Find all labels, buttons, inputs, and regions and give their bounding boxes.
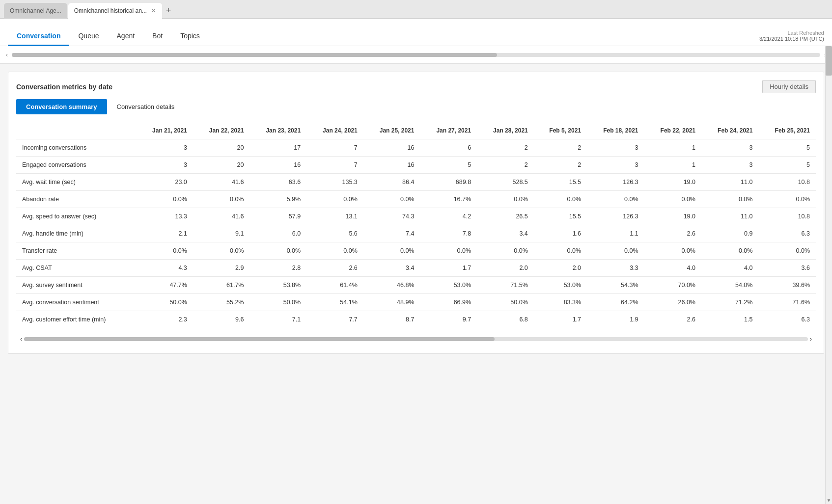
col-header-jan27: Jan 27, 2021 [420,122,477,139]
bottom-scrollbar-track[interactable] [24,337,807,341]
tab-inactive-label: Omnichannel Age... [10,7,61,14]
row-label: Avg. speed to answer (sec) [16,208,136,225]
cell-value: 19.0 [644,174,701,191]
cell-value: 57.9 [250,208,306,225]
cell-value: 2.6 [644,225,701,242]
cell-value: 0.0% [701,191,758,208]
bottom-scroll-right-arrow[interactable]: › [810,335,812,343]
cell-value: 7.4 [363,225,420,242]
cell-value: 4.2 [420,208,477,225]
row-label: Abandon rate [16,191,136,208]
cell-value: 4.3 [136,260,193,277]
cell-value: 66.9% [420,294,477,311]
cell-value: 71.5% [477,277,534,294]
cell-value: 5 [758,157,816,174]
cell-value: 1.7 [420,260,477,277]
cell-value: 11.0 [701,208,758,225]
cell-value: 0.9 [701,225,758,242]
cell-value: 126.3 [587,174,644,191]
cell-value: 63.6 [250,174,306,191]
cell-value: 41.6 [193,208,250,225]
add-tab-button[interactable]: + [163,5,174,16]
right-scrollbar: ▼ [825,46,832,504]
cell-value: 7.8 [420,225,477,242]
nav-tab-topics[interactable]: Topics [171,27,209,46]
cell-value: 16 [363,157,420,174]
sub-tabs: Conversation summary Conversation detail… [16,99,816,114]
sub-tab-details[interactable]: Conversation details [107,99,185,114]
cell-value: 41.6 [193,174,250,191]
col-header-feb22: Feb 22, 2021 [644,122,701,139]
col-header-feb24: Feb 24, 2021 [701,122,758,139]
cell-value: 10.8 [758,174,816,191]
cell-value: 3 [701,157,758,174]
table-row: Abandon rate0.0%0.0%5.9%0.0%0.0%16.7%0.0… [16,191,816,208]
cell-value: 0.0% [534,242,587,260]
row-label: Transfer rate [16,242,136,260]
cell-value: 0.0% [136,191,193,208]
cell-value: 53.8% [250,277,306,294]
cell-value: 0.0% [644,191,701,208]
cell-value: 54.0% [701,277,758,294]
cell-value: 2 [534,139,587,157]
cell-value: 2 [477,139,534,157]
table-row: Engaged conversations320167165223135 [16,157,816,174]
scroll-left-arrow[interactable]: ‹ [4,52,10,58]
nav-tab-agent[interactable]: Agent [108,27,144,46]
cell-value: 3 [136,139,193,157]
sub-tab-summary[interactable]: Conversation summary [16,99,107,114]
nav-tabs: Conversation Queue Agent Bot Topics [8,27,209,46]
cell-value: 61.7% [193,277,250,294]
cell-value: 50.0% [136,294,193,311]
cell-value: 50.0% [250,294,306,311]
col-header-jan25: Jan 25, 2021 [363,122,420,139]
cell-value: 2.6 [644,311,701,328]
cell-value: 3.4 [477,225,534,242]
cell-value: 0.0% [701,242,758,260]
top-scrollbar-track[interactable] [12,53,820,57]
table-row: Transfer rate0.0%0.0%0.0%0.0%0.0%0.0%0.0… [16,242,816,260]
hourly-details-button[interactable]: Hourly details [762,80,816,93]
nav-tab-conversation[interactable]: Conversation [8,27,69,46]
bottom-scroll-left-arrow[interactable]: ‹ [20,335,22,343]
cell-value: 6.3 [758,225,816,242]
cell-value: 13.3 [136,208,193,225]
nav-tab-bot[interactable]: Bot [143,27,171,46]
cell-value: 0.0% [306,242,363,260]
table-row: Incoming conversations320177166223135 [16,139,816,157]
cell-value: 2.8 [250,260,306,277]
table-row: Avg. CSAT4.32.92.82.63.41.72.02.03.34.04… [16,260,816,277]
close-tab-icon[interactable]: ✕ [151,7,156,14]
cell-value: 16 [250,157,306,174]
last-refreshed: Last Refreshed 3/21/2021 10:18 PM (UTC) [759,30,824,46]
metrics-card: Conversation metrics by date Hourly deta… [8,72,824,354]
app-header: Conversation Queue Agent Bot Topics Last… [0,19,832,46]
col-header-label [16,122,136,139]
cell-value: 5.9% [250,191,306,208]
cell-value: 7 [306,139,363,157]
cell-value: 3 [701,139,758,157]
tab-inactive[interactable]: Omnichannel Age... [4,3,67,19]
table-row: Avg. conversation sentiment50.0%55.2%50.… [16,294,816,311]
card-header: Conversation metrics by date Hourly deta… [16,80,816,93]
last-refreshed-value: 3/21/2021 10:18 PM (UTC) [759,36,824,42]
cell-value: 55.2% [193,294,250,311]
cell-value: 3.3 [587,260,644,277]
cell-value: 0.0% [587,191,644,208]
cell-value: 48.9% [363,294,420,311]
tab-active[interactable]: Omnichannel historical an... ✕ [68,3,162,19]
nav-tab-queue[interactable]: Queue [69,27,108,46]
col-header-jan23: Jan 23, 2021 [250,122,306,139]
last-refreshed-label: Last Refreshed [759,30,824,36]
row-label: Avg. handle time (min) [16,225,136,242]
cell-value: 0.0% [758,191,816,208]
cell-value: 11.0 [701,174,758,191]
col-header-feb18: Feb 18, 2021 [587,122,644,139]
cell-value: 26.0% [644,294,701,311]
cell-value: 2 [477,157,534,174]
table-row: Avg. survey sentiment47.7%61.7%53.8%61.4… [16,277,816,294]
col-header-jan21: Jan 21, 2021 [136,122,193,139]
scroll-down-arrow[interactable]: ▼ [826,497,832,504]
cell-value: 7.1 [250,311,306,328]
cell-value: 1 [644,157,701,174]
